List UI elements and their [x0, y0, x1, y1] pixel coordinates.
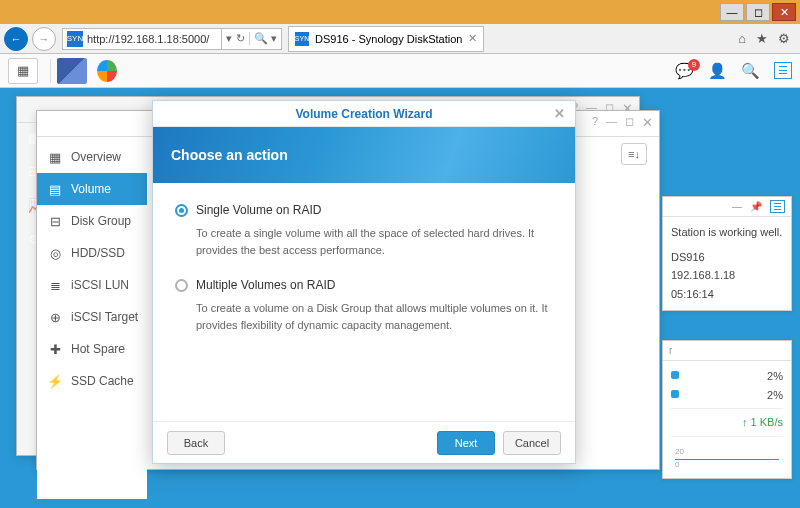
health-uptime: 05:16:14 [671, 285, 783, 304]
radio-icon [175, 279, 188, 292]
option-single-volume[interactable]: Single Volume on RAID [175, 201, 553, 219]
sidebar-item-ssdcache[interactable]: ⚡SSD Cache [37, 365, 147, 397]
diskgroup-icon: ⊟ [47, 214, 63, 229]
hdd-icon: ◎ [47, 246, 63, 261]
sidebar-item-iscsi-target[interactable]: ⊕iSCSI Target [37, 301, 147, 333]
url-text: http://192.168.1.18:5000/ [87, 33, 209, 45]
gear-icon[interactable]: ⚙ [778, 31, 790, 46]
notification-icon[interactable]: 💬9 [675, 62, 694, 80]
wizard-footer: Back Next Cancel [153, 421, 575, 463]
resource-monitor-icon[interactable] [57, 58, 87, 84]
wizard-heading: Choose an action [153, 127, 575, 183]
option-label: Multiple Volumes on RAID [196, 276, 335, 294]
dsm-taskbar: ▦ 💬9 👤 🔍 ☰ [0, 54, 800, 88]
collapse-icon[interactable]: — [732, 201, 742, 212]
forward-button[interactable]: → [32, 27, 56, 51]
wizard-titlebar: Volume Creation Wizard ✕ [153, 101, 575, 127]
volume-icon: ▤ [47, 182, 63, 197]
overview-icon: ▦ [47, 150, 63, 165]
win-minimize[interactable]: — [720, 3, 744, 21]
volume-creation-wizard: Volume Creation Wizard ✕ Choose an actio… [152, 100, 576, 464]
wizard-title: Volume Creation Wizard [295, 107, 432, 121]
widgets-icon[interactable]: ☰ [774, 62, 792, 79]
refresh-icon[interactable]: ↻ [236, 32, 245, 45]
dropdown-icon[interactable]: ▾ [226, 32, 232, 45]
ram-bar [671, 390, 679, 398]
back-button[interactable]: Back [167, 431, 225, 455]
net-value: ↑ 1 KB/s [742, 413, 783, 432]
wizard-body: Single Volume on RAID To create a single… [153, 183, 575, 369]
storage-manager-icon[interactable] [93, 58, 123, 84]
next-button[interactable]: Next [437, 431, 495, 455]
option-desc: To create a single volume with all the s… [196, 225, 553, 258]
health-name: DS916 [671, 248, 783, 267]
home-icon[interactable]: ⌂ [738, 31, 746, 46]
notif-badge: 9 [688, 59, 700, 71]
window-titlebar: — ◻ ✕ [0, 0, 800, 24]
sidebar-item-volume[interactable]: ▤Volume [37, 173, 147, 205]
address-bar[interactable]: SYN http://192.168.1.18:5000/ [62, 28, 222, 50]
win-maximize[interactable]: ◻ [746, 3, 770, 21]
browser-tab[interactable]: SYN DS916 - Synology DiskStation ✕ [288, 26, 484, 52]
cpu-bar [671, 371, 679, 379]
option-label: Single Volume on RAID [196, 201, 321, 219]
address-tools: ▾ ↻ 🔍 ▾ [222, 28, 282, 50]
ssdcache-icon: ⚡ [47, 374, 63, 389]
site-favicon: SYN [67, 31, 83, 47]
tab-title: DS916 - Synology DiskStation [315, 33, 462, 45]
close-icon[interactable]: ✕ [642, 115, 653, 130]
option-multiple-volumes[interactable]: Multiple Volumes on RAID [175, 276, 553, 294]
sidebar-item-hdd[interactable]: ◎HDD/SSD [37, 237, 147, 269]
main-menu-icon[interactable]: ▦ [8, 58, 38, 84]
radio-icon [175, 204, 188, 217]
hotspare-icon: ✚ [47, 342, 63, 357]
maximize-icon[interactable]: ◻ [625, 115, 634, 130]
back-button[interactable]: ← [4, 27, 28, 51]
storage-manager-app-icon [45, 113, 63, 131]
user-icon[interactable]: 👤 [708, 62, 727, 80]
minimize-icon[interactable]: — [606, 115, 617, 130]
sort-button[interactable]: ≡↓ [621, 143, 647, 165]
search-icon[interactable]: 🔍 [741, 62, 760, 80]
health-ip: 192.168.1.18 [671, 266, 783, 285]
iscsi-target-icon: ⊕ [47, 310, 63, 325]
resource-widget: r 2% 2% ↑ 1 KB/s 200 [662, 340, 792, 479]
system-health-widget: —📌☰ Station is working well. DS916 192.1… [662, 196, 792, 311]
browser-menu-icons: ⌂ ★ ⚙ [738, 31, 800, 46]
sidebar-item-overview[interactable]: ▦Overview [37, 141, 147, 173]
more-icon[interactable]: ☰ [770, 200, 785, 213]
network-chart: 200 [671, 436, 783, 472]
health-status: Station is working well. [671, 223, 783, 242]
help-icon[interactable]: ? [592, 115, 598, 130]
favorites-icon[interactable]: ★ [756, 31, 768, 46]
sidebar-item-hotspare[interactable]: ✚Hot Spare [37, 333, 147, 365]
option-desc: To create a volume on a Disk Group that … [196, 300, 553, 333]
iscsi-lun-icon: ≣ [47, 278, 63, 293]
wizard-close-icon[interactable]: ✕ [554, 106, 565, 121]
browser-toolbar: ← → SYN http://192.168.1.18:5000/ ▾ ↻ 🔍 … [0, 24, 800, 54]
search-icon[interactable]: 🔍 ▾ [249, 32, 277, 45]
tab-favicon: SYN [295, 32, 309, 46]
storage-sidebar: ▦Overview ▤Volume ⊟Disk Group ◎HDD/SSD ≣… [37, 141, 147, 499]
cancel-button[interactable]: Cancel [503, 431, 561, 455]
cpu-value: 2% [767, 367, 783, 386]
pin-icon[interactable]: 📌 [750, 201, 762, 212]
ram-value: 2% [767, 386, 783, 405]
sidebar-item-diskgroup[interactable]: ⊟Disk Group [37, 205, 147, 237]
tab-close-icon[interactable]: ✕ [468, 32, 477, 45]
sidebar-item-iscsi-lun[interactable]: ≣iSCSI LUN [37, 269, 147, 301]
win-close[interactable]: ✕ [772, 3, 796, 21]
